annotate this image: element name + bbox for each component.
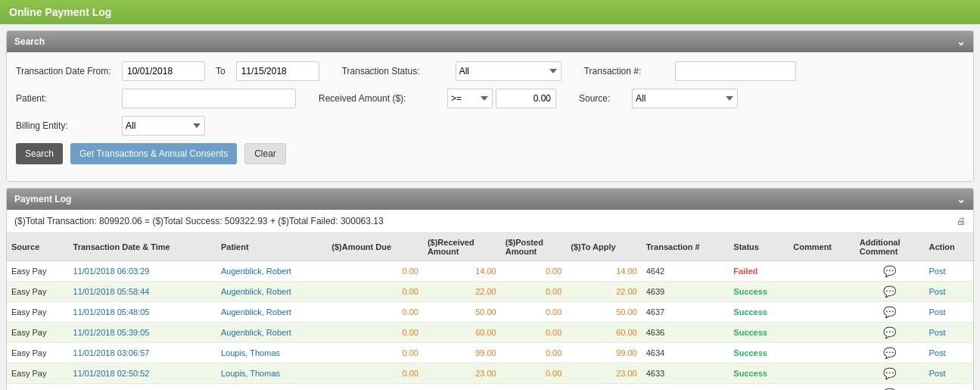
cell-additional-comment: 💬 — [855, 261, 925, 282]
post-link[interactable]: Post — [929, 267, 945, 276]
search-buttons-row: Search Get Transactions & Annual Consent… — [16, 143, 964, 164]
cell-comment — [789, 282, 854, 302]
cell-action: Post — [924, 302, 973, 323]
post-link[interactable]: Post — [929, 328, 945, 337]
search-panel-collapse-icon[interactable]: ⌄ — [957, 36, 966, 48]
transaction-status-select[interactable]: All Success Failed Pending — [456, 61, 562, 81]
cell-posted-amount: 0.00 — [501, 363, 567, 384]
search-row-2: Patient: Received Amount ($): >= <= = > … — [16, 89, 964, 108]
col-amount-due: ($)Amount Due — [327, 233, 423, 261]
table-body: Easy Pay 11/01/2018 06:03:29 Augenblick,… — [7, 261, 973, 391]
cell-posted-amount: 0.00 — [501, 384, 567, 391]
cell-received-amount: 11.00 — [423, 384, 501, 391]
post-link[interactable]: Post — [929, 287, 945, 296]
col-action: Action — [924, 233, 973, 261]
cell-to-apply: 50.00 — [566, 302, 641, 323]
received-amount-input[interactable] — [496, 89, 556, 108]
page-header: Online Payment Log — [0, 0, 980, 24]
comment-icon[interactable]: 💬 — [883, 347, 896, 359]
cell-patient: Augenblick, Robert — [216, 302, 327, 323]
col-posted-amount: ($)PostedAmount — [501, 233, 567, 261]
search-panel-title: Search — [14, 36, 45, 47]
cell-posted-amount: 0.00 — [501, 343, 567, 363]
source-label: Source: — [579, 93, 624, 104]
cell-additional-comment: 💬 — [855, 343, 925, 363]
cell-amount-due: 0.00 — [327, 261, 423, 282]
cell-comment — [789, 363, 854, 384]
search-panel: Search ⌄ Transaction Date From: To Trans… — [6, 30, 974, 182]
cell-amount-due: 0.00 — [327, 343, 423, 363]
cell-transaction-date: 11/01/2018 05:58:44 — [69, 282, 216, 302]
transaction-date-from-input[interactable] — [122, 61, 205, 81]
payment-log-collapse-icon[interactable]: ⌄ — [957, 193, 966, 205]
cell-status: Success — [729, 323, 789, 343]
cell-transaction-date: 11/01/2018 05:39:05 — [69, 323, 216, 343]
table-row: Easy Pay 11/01/2018 02:50:52 Loupis, Tho… — [7, 363, 973, 384]
cell-transaction-num: 4642 — [642, 261, 730, 282]
table-row: Easy Pay 11/01/2018 05:48:05 Augenblick,… — [7, 302, 973, 323]
col-status: Status — [729, 233, 789, 261]
cell-amount-due: 0.00 — [327, 282, 423, 302]
col-additional-comment: AdditionalComment — [855, 233, 925, 261]
cell-transaction-date: 11/01/2018 06:03:29 — [69, 261, 216, 282]
table-row: Easy Pay 11/01/2018 05:58:44 Augenblick,… — [7, 282, 973, 302]
cell-received-amount: 23.00 — [423, 363, 501, 384]
patient-input[interactable] — [122, 89, 296, 108]
cell-additional-comment: 💬 — [855, 282, 925, 302]
billing-entity-select[interactable]: All — [122, 116, 205, 136]
post-link[interactable]: Post — [929, 348, 945, 357]
cell-source: Easy Pay — [7, 261, 69, 282]
col-transaction-num: Transaction # — [642, 233, 730, 261]
comment-icon[interactable]: 💬 — [883, 306, 896, 318]
search-button[interactable]: Search — [16, 143, 63, 164]
cell-patient: Loupis, Thomas — [216, 363, 327, 384]
comment-icon[interactable]: 💬 — [883, 285, 896, 298]
clear-button[interactable]: Clear — [244, 143, 286, 164]
cell-status: Success — [729, 343, 789, 363]
cell-source: Easy Pay — [7, 343, 69, 363]
cell-transaction-num: 4639 — [642, 282, 730, 302]
comment-icon[interactable]: 💬 — [883, 326, 896, 339]
cell-to-apply: 60.00 — [566, 323, 641, 343]
cell-status: Success — [729, 384, 789, 391]
cell-posted-amount: 0.00 — [501, 323, 567, 343]
transaction-number-input[interactable] — [675, 61, 796, 81]
cell-posted-amount: 0.00 — [501, 282, 567, 302]
transaction-date-to-input[interactable] — [236, 61, 319, 81]
received-amount-operator-select[interactable]: >= <= = > < — [447, 89, 493, 108]
payment-log-panel: Payment Log ⌄ ($)Total Transaction: 8099… — [6, 188, 974, 390]
col-transaction-date: Transaction Date & Time — [69, 233, 216, 261]
cell-to-apply: 22.00 — [566, 282, 641, 302]
cell-comment — [789, 261, 854, 282]
cell-source: Easy Pay — [7, 323, 69, 343]
comment-icon[interactable]: 💬 — [883, 367, 896, 379]
print-icon[interactable]: 🖨 — [957, 216, 966, 226]
post-link[interactable]: Post — [929, 307, 945, 317]
cell-additional-comment: 💬 — [855, 384, 925, 391]
post-link[interactable]: Post — [929, 369, 945, 378]
cell-status: Success — [729, 363, 789, 384]
cell-transaction-num: 4634 — [642, 343, 730, 363]
search-panel-header: Search ⌄ — [7, 31, 973, 52]
cell-transaction-num: 4637 — [642, 302, 730, 323]
to-label: To — [216, 66, 226, 76]
cell-to-apply: 99.00 — [566, 343, 641, 363]
patient-label: Patient: — [16, 93, 114, 104]
col-comment: Comment — [789, 233, 854, 261]
source-select[interactable]: All Easy Pay Other — [632, 89, 738, 108]
get-transactions-button[interactable]: Get Transactions & Annual Consents — [70, 143, 237, 164]
cell-received-amount: 99.00 — [423, 343, 501, 363]
col-to-apply: ($)To Apply — [566, 233, 641, 261]
search-row-1: Transaction Date From: To Transaction St… — [16, 61, 964, 81]
comment-icon[interactable]: 💬 — [883, 265, 896, 277]
table-row: Easy Pay 11/01/2018 06:03:29 Augenblick,… — [7, 261, 973, 282]
cell-action: Post — [924, 343, 973, 363]
cell-source: Easy Pay — [7, 363, 69, 384]
cell-to-apply: 14.00 — [566, 261, 641, 282]
cell-patient: Loupis, Thomas — [216, 384, 327, 391]
payment-log-panel-header: Payment Log ⌄ — [7, 189, 973, 210]
cell-action: Post — [924, 384, 973, 391]
cell-action: Post — [924, 261, 973, 282]
cell-action: Post — [924, 363, 973, 384]
billing-entity-label: Billing Entity: — [16, 120, 114, 131]
